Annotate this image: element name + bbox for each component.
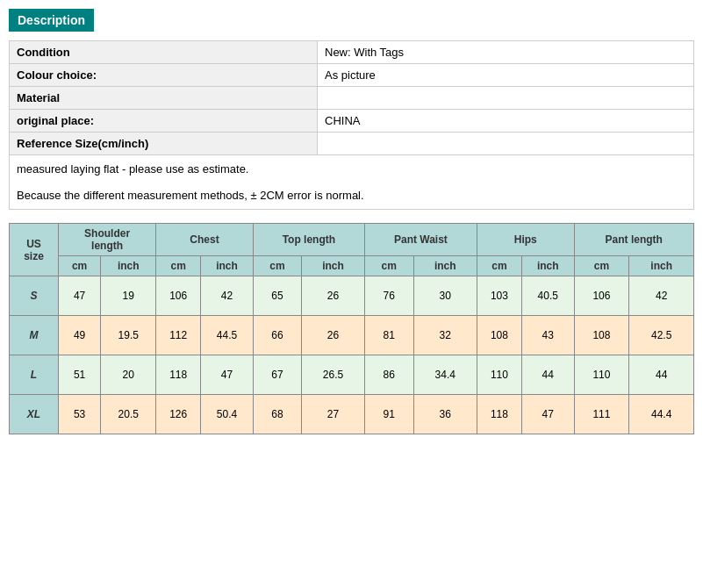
th-hips-inch: inch [521, 256, 574, 276]
size-data-cell: 26 [302, 276, 365, 316]
size-data-cell: 106 [574, 276, 629, 316]
colour-value: As picture [318, 64, 694, 87]
size-data-cell: 47 [521, 395, 574, 434]
size-data-cell: 20.5 [101, 395, 156, 434]
size-data-cell: 76 [364, 276, 413, 316]
size-data-cell: 68 [253, 395, 301, 434]
size-data-cell: 111 [574, 395, 629, 434]
table-row: M4919.511244.5662681321084310842.5 [10, 316, 694, 355]
size-data-cell: 19.5 [101, 316, 156, 355]
size-data-cell: 34.4 [413, 355, 477, 395]
size-data-cell: 65 [253, 276, 301, 316]
ref-size-label: Reference Size(cm/inch) [10, 133, 318, 155]
size-data-cell: 108 [477, 316, 521, 355]
th-top-cm: cm [253, 256, 301, 276]
table-row: XL5320.512650.4682791361184711144.4 [10, 395, 694, 434]
size-data-cell: 47 [201, 355, 254, 395]
th-pant-cm: cm [574, 256, 629, 276]
th-top-length: Top length [253, 224, 364, 256]
size-data-cell: 27 [302, 395, 365, 434]
size-data-cell: 53 [58, 395, 100, 434]
condition-value: New: With Tags [318, 41, 694, 64]
notes-text: measured laying flat - please use as est… [10, 155, 694, 210]
size-data-cell: 26 [302, 316, 365, 355]
colour-label: Colour choice: [10, 64, 318, 87]
us-size-cell: L [10, 355, 59, 395]
size-data-cell: 49 [58, 316, 100, 355]
size-data-cell: 19 [101, 276, 156, 316]
th-pant-length: Pant length [574, 224, 693, 256]
size-data-cell: 40.5 [521, 276, 574, 316]
size-data-cell: 86 [364, 355, 413, 395]
us-size-cell: XL [10, 395, 59, 434]
th-shoulder: Shoulderlength [58, 224, 155, 256]
origin-value: CHINA [318, 110, 694, 133]
size-data-cell: 20 [101, 355, 156, 395]
material-label: Material [10, 87, 318, 110]
th-hips-cm: cm [477, 256, 521, 276]
size-data-cell: 110 [477, 355, 521, 395]
th-waist-cm: cm [364, 256, 413, 276]
ref-size-value [318, 133, 694, 155]
size-data-cell: 30 [413, 276, 477, 316]
size-data-cell: 42 [201, 276, 254, 316]
size-data-cell: 110 [574, 355, 629, 395]
th-hips: Hips [477, 224, 574, 256]
condition-label: Condition [10, 41, 318, 64]
size-data-cell: 126 [156, 395, 201, 434]
th-waist-inch: inch [413, 256, 477, 276]
th-shoulder-cm: cm [58, 256, 100, 276]
size-data-cell: 42 [629, 276, 694, 316]
th-us-size: USsize [10, 224, 59, 276]
size-data-cell: 36 [413, 395, 477, 434]
size-data-cell: 67 [253, 355, 301, 395]
material-value [318, 87, 694, 110]
size-data-cell: 26.5 [302, 355, 365, 395]
size-data-cell: 81 [364, 316, 413, 355]
table-row: L5120118476726.58634.41104411044 [10, 355, 694, 395]
size-data-cell: 32 [413, 316, 477, 355]
th-chest: Chest [156, 224, 254, 256]
origin-label: original place: [10, 110, 318, 133]
th-chest-cm: cm [156, 256, 201, 276]
size-data-cell: 91 [364, 395, 413, 434]
size-table-wrapper: USsize Shoulderlength Chest Top length P… [9, 223, 694, 434]
th-shoulder-inch: inch [101, 256, 156, 276]
size-data-cell: 47 [58, 276, 100, 316]
size-data-cell: 42.5 [629, 316, 694, 355]
size-data-cell: 66 [253, 316, 301, 355]
size-data-cell: 108 [574, 316, 629, 355]
us-size-cell: M [10, 316, 59, 355]
table-row: S4719106426526763010340.510642 [10, 276, 694, 316]
size-data-cell: 112 [156, 316, 201, 355]
size-table: USsize Shoulderlength Chest Top length P… [9, 223, 694, 434]
size-data-cell: 118 [477, 395, 521, 434]
description-header: Description [9, 9, 94, 32]
size-data-cell: 51 [58, 355, 100, 395]
size-data-cell: 44.5 [201, 316, 254, 355]
size-data-cell: 50.4 [201, 395, 254, 434]
size-data-cell: 103 [477, 276, 521, 316]
size-data-cell: 44.4 [629, 395, 694, 434]
th-pant-inch: inch [629, 256, 694, 276]
th-chest-inch: inch [201, 256, 254, 276]
size-data-cell: 44 [629, 355, 694, 395]
info-table: Condition New: With Tags Colour choice: … [9, 40, 694, 210]
size-data-cell: 106 [156, 276, 201, 316]
us-size-cell: S [10, 276, 59, 316]
size-data-cell: 118 [156, 355, 201, 395]
size-data-cell: 43 [521, 316, 574, 355]
size-data-cell: 44 [521, 355, 574, 395]
th-top-inch: inch [302, 256, 365, 276]
th-pant-waist: Pant Waist [364, 224, 477, 256]
